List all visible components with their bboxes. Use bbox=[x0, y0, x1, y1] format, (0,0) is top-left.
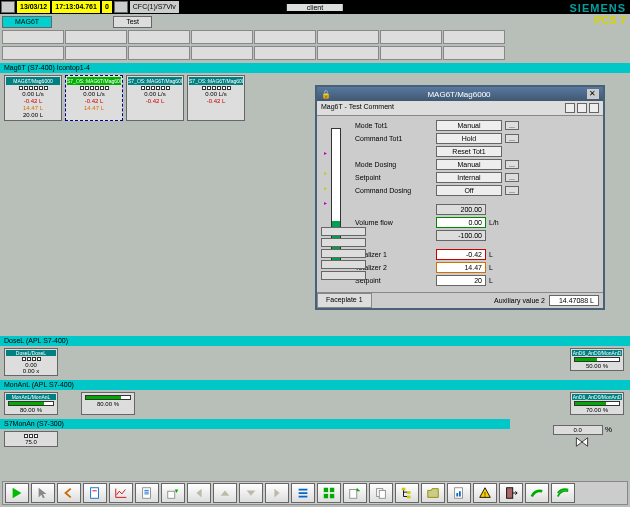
fp-icon[interactable] bbox=[589, 103, 599, 113]
doc-button[interactable] bbox=[83, 483, 107, 503]
client-label: client bbox=[287, 4, 343, 11]
mini-panel[interactable]: S7_OS::MAG6T/Mag6000 0.00 L/s -0.42 L bbox=[187, 75, 245, 121]
label: Command Tot1 bbox=[355, 135, 433, 142]
down-button[interactable] bbox=[239, 483, 263, 503]
label: Setpoint bbox=[355, 277, 433, 284]
tab-test[interactable]: Test bbox=[113, 16, 152, 28]
svg-rect-5 bbox=[330, 488, 334, 492]
side-slot[interactable] bbox=[321, 249, 366, 258]
more-button[interactable]: ... bbox=[505, 121, 519, 130]
reset-tot1-button[interactable]: Reset Tot1 bbox=[436, 146, 502, 157]
mini-panel[interactable]: MAG6T/Mag6000 0.00 L/s -0.42 L 14.47 L 2… bbox=[4, 75, 62, 121]
value: -0.42 L bbox=[67, 98, 121, 105]
more-button[interactable]: ... bbox=[505, 160, 519, 169]
value: 80.00 % bbox=[83, 401, 133, 407]
svg-rect-10 bbox=[379, 490, 385, 498]
mode-dosing-value[interactable]: Manual bbox=[436, 159, 502, 170]
tool-cell[interactable] bbox=[191, 46, 253, 60]
mini-title: MAG6T/Mag6000 bbox=[6, 77, 60, 85]
label: Volume flow bbox=[355, 219, 433, 226]
tool-cell[interactable] bbox=[2, 30, 64, 44]
tool-cell[interactable] bbox=[65, 46, 127, 60]
tree-button[interactable] bbox=[395, 483, 419, 503]
side-slot[interactable] bbox=[321, 238, 366, 247]
more-button[interactable]: ... bbox=[505, 134, 519, 143]
list-button[interactable] bbox=[291, 483, 315, 503]
grid-button[interactable] bbox=[317, 483, 341, 503]
tool-cell[interactable] bbox=[443, 30, 505, 44]
indicator-row bbox=[6, 86, 60, 90]
mon-left-panel[interactable]: MonAnL/MonAnL 80.00 % bbox=[4, 392, 58, 415]
valve-icon bbox=[575, 435, 589, 449]
setpoint-value[interactable]: 20 bbox=[436, 275, 486, 286]
dose-right-panel[interactable]: AnD6_AnD0/MonAnD 50.00 % bbox=[570, 348, 624, 371]
unit: L bbox=[489, 277, 493, 284]
up-button[interactable] bbox=[213, 483, 237, 503]
mini-title: S7_OS::MAG6T/Mag6000 bbox=[67, 77, 121, 85]
tool-cell[interactable] bbox=[254, 30, 316, 44]
volume-flow-value[interactable]: 0.00 bbox=[436, 217, 486, 228]
green1-button[interactable] bbox=[525, 483, 549, 503]
tool-cell[interactable] bbox=[128, 46, 190, 60]
fp-icon[interactable] bbox=[565, 103, 575, 113]
mini-title: S7_OS::MAG6T/Mag6000 bbox=[128, 77, 182, 85]
green2-button[interactable] bbox=[551, 483, 575, 503]
export-button[interactable] bbox=[343, 483, 367, 503]
menu-button[interactable] bbox=[1, 1, 15, 13]
totalizer1-value[interactable]: -0.42 bbox=[436, 249, 486, 260]
faceplate-titlebar[interactable]: 🔒 MAG6T/Mag6000 ✕ bbox=[317, 87, 603, 101]
cmd-dosing-value[interactable]: Off bbox=[436, 185, 502, 196]
play-button[interactable] bbox=[5, 483, 29, 503]
side-slot[interactable] bbox=[321, 260, 366, 269]
indicator-row bbox=[189, 86, 243, 90]
mode-tot1-value[interactable]: Manual bbox=[436, 120, 502, 131]
faceplate-tab-1[interactable]: Faceplate 1 bbox=[317, 293, 372, 308]
tool-cell[interactable] bbox=[191, 30, 253, 44]
tool-cell[interactable] bbox=[317, 30, 379, 44]
tool-cell[interactable] bbox=[380, 46, 442, 60]
fp-icon[interactable] bbox=[577, 103, 587, 113]
s7-panel[interactable]: 75.0 bbox=[4, 431, 58, 447]
side-slot[interactable] bbox=[321, 271, 366, 280]
close-button[interactable]: ✕ bbox=[587, 89, 599, 99]
dose-panel[interactable]: DoseL/DoseL 0.00 0.00 x bbox=[4, 348, 58, 376]
indicator-row bbox=[67, 86, 121, 90]
tool-cell[interactable] bbox=[128, 30, 190, 44]
doc2-button[interactable] bbox=[135, 483, 159, 503]
tabs-row: MAG6T Test bbox=[0, 16, 630, 28]
svg-rect-3 bbox=[168, 491, 175, 498]
tool-cell[interactable] bbox=[443, 46, 505, 60]
left-button[interactable] bbox=[187, 483, 211, 503]
mini-panel[interactable]: S7_OS::MAG6T/Mag6000 0.00 L/s -0.42 L bbox=[126, 75, 184, 121]
tool-cell[interactable] bbox=[380, 30, 442, 44]
folder-button[interactable] bbox=[421, 483, 445, 503]
mon-mid-panel[interactable]: 80.00 % bbox=[81, 392, 135, 415]
mon-right-panel[interactable]: AnD6_AnD0/MonAnD 70.00 % bbox=[570, 392, 624, 415]
tool-cell[interactable] bbox=[2, 46, 64, 60]
import-button[interactable] bbox=[161, 483, 185, 503]
totalizer2-value[interactable]: 14.47 bbox=[436, 262, 486, 273]
tool-cell[interactable] bbox=[254, 46, 316, 60]
s7-value[interactable]: 0.0 bbox=[553, 425, 603, 435]
sep-button[interactable] bbox=[114, 1, 128, 13]
tool-cell[interactable] bbox=[65, 30, 127, 44]
exit-button[interactable] bbox=[499, 483, 523, 503]
copy-button[interactable] bbox=[369, 483, 393, 503]
section-header-4: S7MonAn (S7-300) bbox=[0, 419, 510, 429]
indicator-row bbox=[6, 357, 56, 361]
mini-panel-selected[interactable]: S7_OS::MAG6T/Mag6000 0.00 L/s -0.42 L 14… bbox=[65, 75, 123, 121]
more-button[interactable]: ... bbox=[505, 186, 519, 195]
back-button[interactable] bbox=[57, 483, 81, 503]
setpoint-mode-value[interactable]: Internal bbox=[436, 172, 502, 183]
chart-button[interactable] bbox=[109, 483, 133, 503]
report-button[interactable] bbox=[447, 483, 471, 503]
more-button[interactable]: ... bbox=[505, 173, 519, 182]
unit: L bbox=[489, 264, 493, 271]
tool-cell[interactable] bbox=[317, 46, 379, 60]
side-slot[interactable] bbox=[321, 227, 366, 236]
cursor-button[interactable] bbox=[31, 483, 55, 503]
right-button[interactable] bbox=[265, 483, 289, 503]
tab-mag6t[interactable]: MAG6T bbox=[2, 16, 52, 28]
cmd-tot1-value[interactable]: Hold bbox=[436, 133, 502, 144]
warn-button[interactable]: ! bbox=[473, 483, 497, 503]
